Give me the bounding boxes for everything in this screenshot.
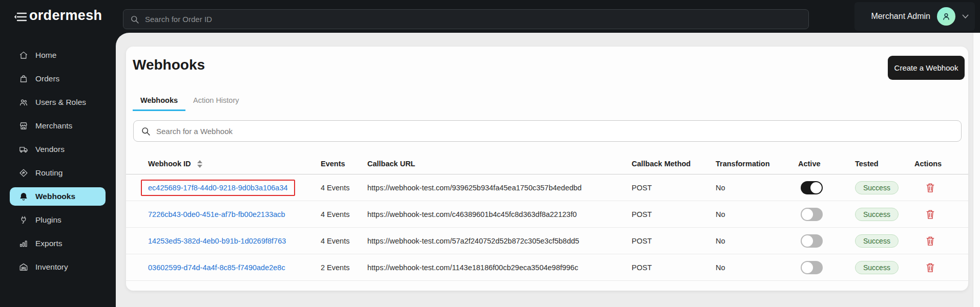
transformation-cell: No (716, 210, 798, 218)
delete-webhook-button[interactable] (926, 209, 935, 220)
callback-url-cell: https://webhook-test.com/c46389601b4c45f… (367, 210, 632, 218)
tested-status-badge: Success (855, 234, 899, 248)
active-toggle[interactable] (801, 181, 823, 194)
table-body: ec425689-17f8-44d0-9218-9d0b3a106a34 4 E… (126, 174, 968, 281)
webhooks-icon (19, 192, 28, 201)
sidebar-item-home[interactable]: Home (0, 43, 116, 67)
active-toggle[interactable] (801, 208, 823, 221)
table-row: 7226cb43-0de0-451e-af7b-fb00e2133acb 4 E… (126, 201, 968, 228)
table-header-row: Webhook IDEventsCallback URLCallback Met… (126, 154, 968, 174)
column-header: Actions (914, 160, 968, 168)
search-icon (130, 15, 139, 24)
sidebar-item-label: Inventory (35, 262, 68, 272)
tab-action-history[interactable]: Action History (185, 94, 246, 111)
sidebar-item-label: Merchants (35, 121, 72, 130)
chevron-down-icon (962, 14, 969, 19)
delete-webhook-button[interactable] (926, 236, 935, 246)
trash-icon (926, 183, 935, 193)
trash-icon (926, 262, 935, 273)
callback-method-cell: POST (632, 237, 716, 245)
inventory-icon (19, 262, 28, 272)
sidebar-item-routing[interactable]: Routing (0, 161, 116, 185)
sidebar-item-orders[interactable]: Orders (0, 67, 116, 91)
merchants-icon (19, 121, 28, 130)
trash-icon (926, 209, 935, 220)
sidebar-item-label: Webhooks (35, 192, 75, 201)
callback-url-cell: https://webhook-test.com/1143e18186f00cb… (367, 264, 632, 272)
tested-status-badge: Success (855, 208, 899, 221)
sidebar-item-users-roles[interactable]: Users & Roles (0, 91, 116, 114)
transformation-cell: No (716, 237, 798, 245)
avatar (937, 7, 955, 26)
sidebar: Home Orders Users & Roles Merchants Vend… (0, 43, 116, 279)
sidebar-collapse-icon[interactable] (14, 12, 27, 22)
column-header: Transformation (716, 160, 798, 168)
sidebar-item-label: Plugins (35, 215, 61, 225)
sort-icon[interactable] (197, 160, 202, 168)
users-icon (19, 98, 28, 107)
webhooks-card: Webhooks Create a Webhook Webhooks Actio… (126, 47, 968, 291)
events-cell: 4 Events (321, 210, 367, 218)
webhook-id-link[interactable]: ec425689-17f8-44d0-9218-9d0b3a106a34 (148, 184, 288, 192)
column-header: Tested (855, 160, 914, 168)
sidebar-item-merchants[interactable]: Merchants (0, 114, 116, 138)
column-header: Callback URL (367, 160, 632, 168)
sidebar-item-plugins[interactable]: Plugins (0, 208, 116, 232)
column-header: Callback Method (632, 160, 716, 168)
delete-webhook-button[interactable] (926, 183, 935, 193)
sidebar-item-label: Home (35, 51, 56, 60)
page-title: Webhooks (133, 57, 205, 73)
transformation-cell: No (716, 264, 798, 272)
transformation-cell: No (716, 184, 798, 192)
webhook-id-link[interactable]: 03602599-d74d-4a4f-8c85-f7490ade2e8c (148, 264, 285, 272)
home-icon (19, 51, 28, 60)
events-cell: 4 Events (321, 237, 367, 245)
callback-url-cell: https://webhook-test.com/57a2f240752d52b… (367, 237, 632, 245)
sidebar-item-inventory[interactable]: Inventory (0, 255, 116, 279)
events-cell: 2 Events (321, 264, 367, 272)
table-row: ec425689-17f8-44d0-9218-9d0b3a106a34 4 E… (126, 174, 968, 201)
delete-webhook-button[interactable] (926, 262, 935, 273)
webhook-search-placeholder: Search for a Webhook (156, 127, 233, 136)
sidebar-item-webhooks[interactable]: Webhooks (10, 187, 106, 206)
highlight-box: ec425689-17f8-44d0-9218-9d0b3a106a34 (141, 180, 295, 196)
webhook-search-input[interactable]: Search for a Webhook (133, 120, 962, 142)
vendors-icon (19, 145, 28, 154)
tab-webhooks[interactable]: Webhooks (133, 94, 185, 111)
column-header: Events (321, 160, 367, 168)
sidebar-item-label: Exports (35, 239, 62, 248)
webhook-id-link[interactable]: 7226cb43-0de0-451e-af7b-fb00e2133acb (148, 210, 285, 218)
events-cell: 4 Events (321, 184, 367, 192)
callback-method-cell: POST (632, 210, 716, 218)
orders-icon (19, 74, 28, 83)
table-row: 14253ed5-382d-4eb0-b91b-1d0269f8f763 4 E… (126, 228, 968, 254)
order-search-input[interactable]: Search for Order ID (123, 9, 809, 29)
sidebar-item-exports[interactable]: Exports (0, 232, 116, 255)
callback-url-cell: https://webhook-test.com/939625b934fa45e… (367, 184, 632, 192)
create-webhook-button[interactable]: Create a Webhook (888, 56, 965, 80)
webhook-id-link[interactable]: 14253ed5-382d-4eb0-b91b-1d0269f8f763 (148, 237, 286, 245)
exports-icon (19, 239, 28, 248)
order-search-placeholder: Search for Order ID (145, 15, 212, 24)
search-icon (141, 126, 151, 136)
active-toggle[interactable] (801, 261, 823, 274)
webhooks-table: Webhook IDEventsCallback URLCallback Met… (126, 154, 968, 281)
callback-method-cell: POST (632, 264, 716, 272)
sidebar-item-vendors[interactable]: Vendors (0, 138, 116, 161)
scrollbar[interactable] (973, 33, 980, 307)
plugins-icon (19, 215, 28, 225)
column-header: Active (798, 160, 855, 168)
active-toggle[interactable] (801, 234, 823, 248)
routing-icon (19, 168, 28, 178)
sidebar-item-label: Users & Roles (35, 98, 86, 107)
user-name-label: Merchant Admin (871, 12, 930, 21)
column-header: Webhook ID (148, 160, 321, 168)
app-logo: ordermesh (29, 8, 102, 24)
sidebar-item-label: Vendors (35, 145, 65, 154)
callback-method-cell: POST (632, 184, 716, 192)
trash-icon (926, 236, 935, 246)
user-menu[interactable]: Merchant Admin (854, 2, 975, 31)
sidebar-item-label: Orders (35, 74, 59, 83)
tested-status-badge: Success (855, 261, 899, 274)
sidebar-item-label: Routing (35, 168, 62, 178)
